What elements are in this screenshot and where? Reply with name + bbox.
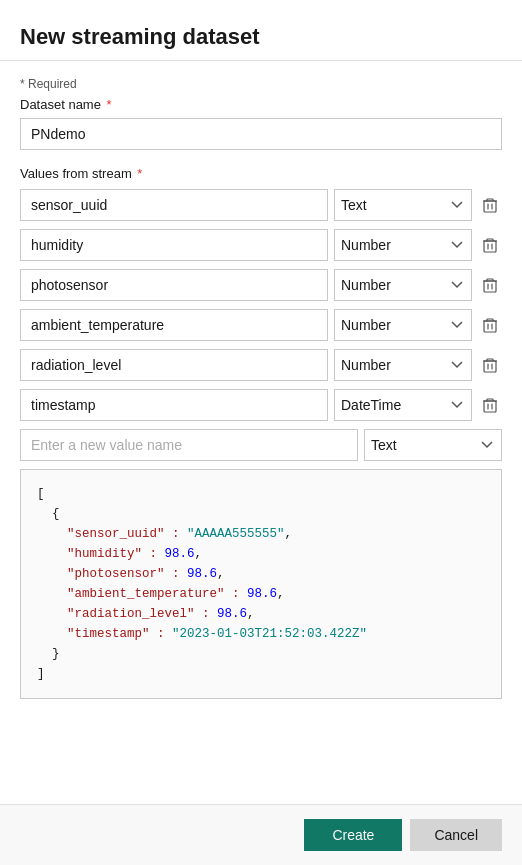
stream-row: TextNumberDateTimeBoolean: [20, 269, 502, 301]
delete-row-button[interactable]: [478, 393, 502, 417]
stream-type-select[interactable]: TextNumberDateTimeBoolean: [334, 229, 472, 261]
stream-name-input[interactable]: [20, 189, 328, 221]
stream-row: TextNumberDateTimeBoolean: [20, 349, 502, 381]
stream-name-input[interactable]: [20, 269, 328, 301]
dataset-name-input[interactable]: [20, 118, 502, 150]
new-value-row: Text Number DateTime Boolean: [20, 429, 502, 461]
stream-type-select[interactable]: TextNumberDateTimeBoolean: [334, 309, 472, 341]
new-value-name-input[interactable]: [20, 429, 358, 461]
create-button[interactable]: Create: [304, 819, 402, 851]
delete-row-button[interactable]: [478, 233, 502, 257]
stream-rows-container: TextNumberDateTimeBooleanTextNumberDateT…: [20, 189, 502, 421]
delete-row-button[interactable]: [478, 313, 502, 337]
panel-body: * Required Dataset name * Values from st…: [0, 61, 522, 804]
stream-name-input[interactable]: [20, 309, 328, 341]
required-note: * Required: [20, 77, 502, 91]
stream-row: TextNumberDateTimeBoolean: [20, 309, 502, 341]
stream-type-select[interactable]: TextNumberDateTimeBoolean: [334, 189, 472, 221]
stream-name-input[interactable]: [20, 389, 328, 421]
dataset-name-label: Dataset name *: [20, 97, 502, 112]
panel-header: New streaming dataset: [0, 0, 522, 61]
stream-type-select[interactable]: TextNumberDateTimeBoolean: [334, 269, 472, 301]
delete-row-button[interactable]: [478, 353, 502, 377]
svg-rect-2: [484, 281, 496, 292]
new-streaming-dataset-panel: New streaming dataset * Required Dataset…: [0, 0, 522, 865]
json-preview: [ { "sensor_uuid" : "AAAAA555555", "humi…: [20, 469, 502, 699]
svg-rect-0: [484, 201, 496, 212]
stream-row: TextNumberDateTimeBoolean: [20, 229, 502, 261]
delete-row-button[interactable]: [478, 193, 502, 217]
panel-footer: Create Cancel: [0, 804, 522, 865]
values-from-stream-label: Values from stream *: [20, 166, 502, 181]
stream-row: TextNumberDateTimeBoolean: [20, 389, 502, 421]
delete-row-button[interactable]: [478, 273, 502, 297]
svg-rect-1: [484, 241, 496, 252]
stream-row: TextNumberDateTimeBoolean: [20, 189, 502, 221]
stream-type-select[interactable]: TextNumberDateTimeBoolean: [334, 349, 472, 381]
cancel-button[interactable]: Cancel: [410, 819, 502, 851]
stream-type-select[interactable]: TextNumberDateTimeBoolean: [334, 389, 472, 421]
page-title: New streaming dataset: [20, 24, 502, 50]
stream-name-input[interactable]: [20, 229, 328, 261]
svg-rect-4: [484, 361, 496, 372]
svg-rect-3: [484, 321, 496, 332]
svg-rect-5: [484, 401, 496, 412]
new-value-type-select[interactable]: Text Number DateTime Boolean: [364, 429, 502, 461]
stream-name-input[interactable]: [20, 349, 328, 381]
